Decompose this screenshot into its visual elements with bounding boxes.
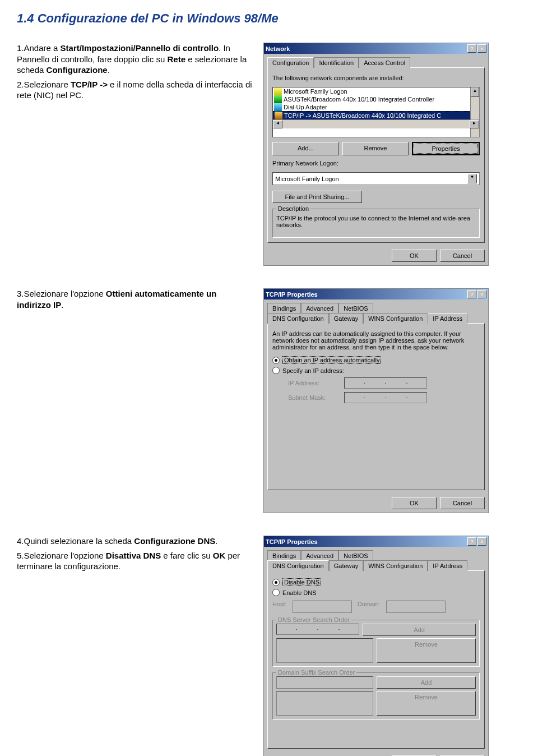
tab-netbios[interactable]: NetBIOS: [338, 303, 373, 314]
page-title: 1.4 Configurazione del PC in Windows 98/…: [17, 11, 521, 26]
dns-add-button: Add: [363, 624, 476, 636]
step-4-5-text: 4.Quindi selezionare la scheda Configura…: [17, 536, 252, 756]
tab-wins[interactable]: WINS Configuration: [363, 560, 428, 571]
scroll-left[interactable]: ◄: [273, 120, 282, 128]
dial-icon: [274, 103, 282, 111]
tab-advanced[interactable]: Advanced: [301, 550, 338, 561]
close-button[interactable]: ×: [477, 537, 486, 546]
tab-advanced[interactable]: Advanced: [301, 303, 338, 314]
suffix-list: [276, 691, 373, 716]
tab-dns[interactable]: DNS Configuration: [267, 560, 329, 571]
client-icon: [274, 87, 282, 95]
tab-configuration[interactable]: Configuration: [267, 57, 314, 68]
tab-access-control[interactable]: Access Control: [359, 57, 410, 68]
tcpip-title: TCP/IP Properties: [266, 291, 318, 298]
proto-icon: [275, 112, 282, 119]
tab-ipaddress[interactable]: IP Address: [428, 560, 467, 571]
domain-label: Domain:: [358, 601, 381, 613]
suffix-add-button: Add: [377, 676, 476, 689]
radio-specify[interactable]: Specify an IP address:: [272, 367, 480, 374]
tab-bindings[interactable]: Bindings: [267, 303, 301, 314]
step-1-2-text: 1.Andare a Start/Impostazioni/Pannello d…: [17, 43, 252, 266]
tcpip-dialog-ip: TCP/IP Properties ? × Bindings Advanced …: [263, 288, 489, 513]
nic-icon: [274, 95, 282, 103]
logon-label: Primary Network Logon:: [272, 160, 480, 167]
tab-bindings[interactable]: Bindings: [267, 550, 301, 561]
components-list[interactable]: Microsoft Family Logon ASUSTeK/Broadcom …: [272, 87, 480, 137]
ip-label: IP Address:: [288, 380, 338, 386]
network-title: Network: [266, 45, 290, 52]
description-text: TCP/IP is the protocol you use to connec…: [276, 215, 476, 228]
tcpip-dialog-dns: TCP/IP Properties ? × Bindings Advanced …: [263, 536, 489, 756]
suffix-input: [276, 676, 373, 689]
domain-input: [386, 601, 446, 613]
logon-dropdown[interactable]: Microsoft Family Logon▼: [272, 172, 480, 185]
host-label: Host:: [272, 601, 287, 613]
dns-list: [276, 638, 373, 663]
mask-input: ...: [344, 392, 427, 403]
close-button[interactable]: ×: [477, 44, 486, 53]
dns-remove-button: Remove: [377, 638, 476, 663]
radio-enable-dns[interactable]: Enable DNS: [272, 589, 480, 596]
tab-gateway[interactable]: Gateway: [329, 313, 363, 324]
tcpip-dns-title: TCP/IP Properties: [266, 538, 318, 545]
tab-netbios[interactable]: NetBIOS: [338, 550, 373, 561]
ok-button[interactable]: OK: [392, 497, 437, 509]
tab-dns[interactable]: DNS Configuration: [267, 313, 329, 324]
tab-gateway[interactable]: Gateway: [329, 560, 363, 571]
cancel-button[interactable]: Cancel: [440, 250, 485, 262]
tab-identification[interactable]: Identification: [314, 57, 359, 68]
dropdown-icon[interactable]: ▼: [467, 174, 477, 183]
mask-label: Subnet Mask:: [288, 394, 338, 401]
suffix-label: Domain Suffix Search Order: [276, 669, 356, 676]
help-button[interactable]: ?: [467, 290, 476, 298]
ok-button[interactable]: OK: [392, 250, 437, 262]
properties-button[interactable]: Properties: [412, 142, 480, 155]
scroll-right[interactable]: ►: [470, 120, 479, 128]
remove-button[interactable]: Remove: [342, 142, 409, 155]
dns-ip-input: ...: [276, 624, 359, 635]
radio-disable-dns[interactable]: Disable DNS: [272, 578, 480, 586]
description-label: Description: [276, 205, 310, 212]
ip-description: An IP address can be automatically assig…: [272, 330, 480, 351]
ip-input: ...: [344, 377, 427, 389]
dns-order-label: DNS Server Search Order: [276, 616, 351, 623]
tab-wins[interactable]: WINS Configuration: [363, 313, 428, 324]
scroll-up[interactable]: ▲: [471, 87, 479, 97]
radio-obtain-auto[interactable]: Obtain an IP address automatically: [272, 356, 480, 364]
add-button[interactable]: Add...: [272, 142, 339, 155]
host-input: [293, 601, 352, 613]
step-3-text: 3.Selezionare l'opzione Ottieni automati…: [17, 288, 252, 513]
network-dialog: Network ? × Configuration Identification…: [263, 43, 489, 266]
file-sharing-button[interactable]: File and Print Sharing...: [272, 191, 362, 203]
close-button[interactable]: ×: [477, 290, 486, 298]
components-label: The following network components are ins…: [272, 75, 480, 81]
cancel-button[interactable]: Cancel: [440, 497, 485, 509]
tab-ipaddress[interactable]: IP Address: [428, 313, 467, 324]
help-button[interactable]: ?: [467, 537, 476, 546]
help-button[interactable]: ?: [467, 44, 476, 53]
suffix-remove-button: Remove: [377, 691, 476, 716]
